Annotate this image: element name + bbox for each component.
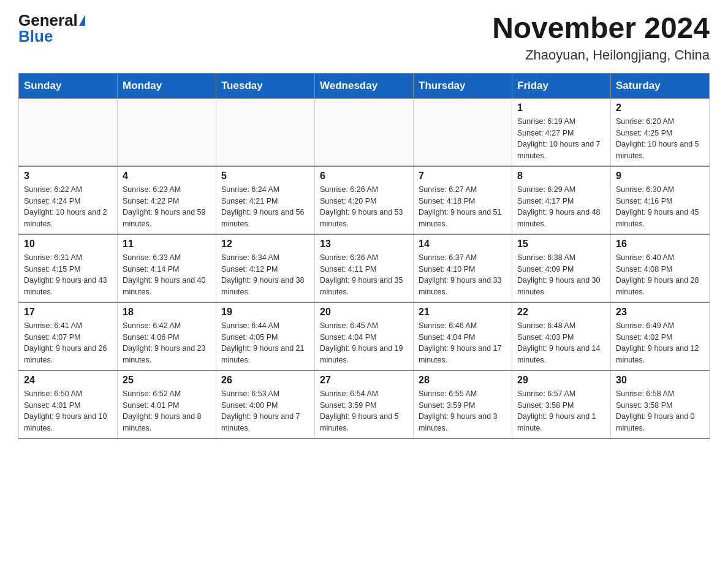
- day-number: 5: [221, 170, 309, 182]
- calendar-cell: [315, 98, 414, 166]
- calendar-cell: 7Sunrise: 6:27 AM Sunset: 4:18 PM Daylig…: [414, 166, 512, 234]
- calendar-cell: 10Sunrise: 6:31 AM Sunset: 4:15 PM Dayli…: [19, 234, 118, 302]
- calendar-cell: 3Sunrise: 6:22 AM Sunset: 4:24 PM Daylig…: [19, 166, 118, 234]
- day-info: Sunrise: 6:29 AM Sunset: 4:17 PM Dayligh…: [517, 184, 605, 230]
- day-info: Sunrise: 6:44 AM Sunset: 4:05 PM Dayligh…: [221, 320, 309, 366]
- calendar-cell: 14Sunrise: 6:37 AM Sunset: 4:10 PM Dayli…: [414, 234, 512, 302]
- day-info: Sunrise: 6:42 AM Sunset: 4:06 PM Dayligh…: [123, 320, 211, 366]
- day-number: 19: [221, 307, 309, 318]
- day-info: Sunrise: 6:41 AM Sunset: 4:07 PM Dayligh…: [24, 320, 112, 366]
- day-number: 24: [24, 375, 112, 386]
- day-info: Sunrise: 6:49 AM Sunset: 4:02 PM Dayligh…: [616, 320, 704, 366]
- calendar-cell: 12Sunrise: 6:34 AM Sunset: 4:12 PM Dayli…: [216, 234, 315, 302]
- calendar-cell: 9Sunrise: 6:30 AM Sunset: 4:16 PM Daylig…: [611, 166, 710, 234]
- day-number: 29: [517, 375, 605, 386]
- calendar-cell: [19, 98, 118, 166]
- day-number: 23: [616, 307, 704, 318]
- month-title: November 2024: [492, 12, 710, 45]
- day-number: 13: [320, 239, 408, 250]
- calendar-cell: 6Sunrise: 6:26 AM Sunset: 4:20 PM Daylig…: [315, 166, 414, 234]
- calendar-cell: [216, 98, 315, 166]
- day-info: Sunrise: 6:52 AM Sunset: 4:01 PM Dayligh…: [123, 388, 211, 434]
- day-info: Sunrise: 6:33 AM Sunset: 4:14 PM Dayligh…: [123, 252, 211, 298]
- day-info: Sunrise: 6:55 AM Sunset: 3:59 PM Dayligh…: [419, 388, 507, 434]
- day-number: 28: [419, 375, 507, 386]
- day-number: 15: [517, 239, 605, 250]
- day-number: 26: [221, 375, 309, 386]
- header: General Blue November 2024 Zhaoyuan, Hei…: [18, 12, 710, 63]
- day-info: Sunrise: 6:20 AM Sunset: 4:25 PM Dayligh…: [616, 116, 704, 162]
- day-info: Sunrise: 6:58 AM Sunset: 3:58 PM Dayligh…: [616, 388, 704, 434]
- day-info: Sunrise: 6:31 AM Sunset: 4:15 PM Dayligh…: [24, 252, 112, 298]
- day-number: 10: [24, 239, 112, 250]
- day-number: 14: [419, 239, 507, 250]
- calendar-cell: 21Sunrise: 6:46 AM Sunset: 4:04 PM Dayli…: [414, 302, 512, 370]
- day-number: 6: [320, 170, 408, 182]
- day-number: 30: [616, 375, 704, 386]
- day-info: Sunrise: 6:53 AM Sunset: 4:00 PM Dayligh…: [221, 388, 309, 434]
- calendar-cell: 13Sunrise: 6:36 AM Sunset: 4:11 PM Dayli…: [315, 234, 414, 302]
- day-number: 25: [123, 375, 211, 386]
- calendar-cell: 28Sunrise: 6:55 AM Sunset: 3:59 PM Dayli…: [414, 370, 512, 439]
- day-number: 21: [419, 307, 507, 318]
- calendar-cell: 11Sunrise: 6:33 AM Sunset: 4:14 PM Dayli…: [118, 234, 216, 302]
- logo: General Blue: [18, 12, 85, 44]
- day-header-sunday: Sunday: [19, 73, 118, 98]
- day-number: 16: [616, 239, 704, 250]
- week-row-4: 17Sunrise: 6:41 AM Sunset: 4:07 PM Dayli…: [19, 302, 710, 370]
- day-number: 3: [24, 170, 112, 182]
- day-info: Sunrise: 6:46 AM Sunset: 4:04 PM Dayligh…: [419, 320, 507, 366]
- calendar-cell: [414, 98, 512, 166]
- calendar-cell: 20Sunrise: 6:45 AM Sunset: 4:04 PM Dayli…: [315, 302, 414, 370]
- calendar-cell: 22Sunrise: 6:48 AM Sunset: 4:03 PM Dayli…: [512, 302, 611, 370]
- day-info: Sunrise: 6:50 AM Sunset: 4:01 PM Dayligh…: [24, 388, 112, 434]
- day-number: 18: [123, 307, 211, 318]
- calendar-cell: 4Sunrise: 6:23 AM Sunset: 4:22 PM Daylig…: [118, 166, 216, 234]
- day-number: 8: [517, 170, 605, 182]
- day-info: Sunrise: 6:34 AM Sunset: 4:12 PM Dayligh…: [221, 252, 309, 298]
- calendar-cell: 2Sunrise: 6:20 AM Sunset: 4:25 PM Daylig…: [611, 98, 710, 166]
- week-row-2: 3Sunrise: 6:22 AM Sunset: 4:24 PM Daylig…: [19, 166, 710, 234]
- day-number: 27: [320, 375, 408, 386]
- calendar-cell: 5Sunrise: 6:24 AM Sunset: 4:21 PM Daylig…: [216, 166, 315, 234]
- calendar-cell: 23Sunrise: 6:49 AM Sunset: 4:02 PM Dayli…: [611, 302, 710, 370]
- day-info: Sunrise: 6:19 AM Sunset: 4:27 PM Dayligh…: [517, 116, 605, 162]
- day-number: 11: [123, 239, 211, 250]
- calendar-cell: 1Sunrise: 6:19 AM Sunset: 4:27 PM Daylig…: [512, 98, 611, 166]
- day-info: Sunrise: 6:30 AM Sunset: 4:16 PM Dayligh…: [616, 184, 704, 230]
- calendar-cell: 25Sunrise: 6:52 AM Sunset: 4:01 PM Dayli…: [118, 370, 216, 439]
- calendar-cell: 24Sunrise: 6:50 AM Sunset: 4:01 PM Dayli…: [19, 370, 118, 439]
- day-info: Sunrise: 6:37 AM Sunset: 4:10 PM Dayligh…: [419, 252, 507, 298]
- day-header-thursday: Thursday: [414, 73, 512, 98]
- day-info: Sunrise: 6:23 AM Sunset: 4:22 PM Dayligh…: [123, 184, 211, 230]
- calendar-cell: 15Sunrise: 6:38 AM Sunset: 4:09 PM Dayli…: [512, 234, 611, 302]
- day-header-monday: Monday: [118, 73, 216, 98]
- week-row-3: 10Sunrise: 6:31 AM Sunset: 4:15 PM Dayli…: [19, 234, 710, 302]
- day-header-saturday: Saturday: [611, 73, 710, 98]
- day-number: 9: [616, 170, 704, 182]
- calendar-cell: 27Sunrise: 6:54 AM Sunset: 3:59 PM Dayli…: [315, 370, 414, 439]
- day-info: Sunrise: 6:45 AM Sunset: 4:04 PM Dayligh…: [320, 320, 408, 366]
- day-info: Sunrise: 6:24 AM Sunset: 4:21 PM Dayligh…: [221, 184, 309, 230]
- calendar-cell: 18Sunrise: 6:42 AM Sunset: 4:06 PM Dayli…: [118, 302, 216, 370]
- day-number: 20: [320, 307, 408, 318]
- logo-blue: Blue: [18, 28, 53, 44]
- day-info: Sunrise: 6:48 AM Sunset: 4:03 PM Dayligh…: [517, 320, 605, 366]
- day-info: Sunrise: 6:22 AM Sunset: 4:24 PM Dayligh…: [24, 184, 112, 230]
- day-info: Sunrise: 6:27 AM Sunset: 4:18 PM Dayligh…: [419, 184, 507, 230]
- location-title: Zhaoyuan, Heilongjiang, China: [492, 47, 710, 63]
- day-header-wednesday: Wednesday: [315, 73, 414, 98]
- week-row-5: 24Sunrise: 6:50 AM Sunset: 4:01 PM Dayli…: [19, 370, 710, 439]
- logo-triangle-icon: [79, 15, 85, 26]
- calendar-cell: 29Sunrise: 6:57 AM Sunset: 3:58 PM Dayli…: [512, 370, 611, 439]
- calendar-cell: 30Sunrise: 6:58 AM Sunset: 3:58 PM Dayli…: [611, 370, 710, 439]
- calendar-cell: 19Sunrise: 6:44 AM Sunset: 4:05 PM Dayli…: [216, 302, 315, 370]
- day-info: Sunrise: 6:38 AM Sunset: 4:09 PM Dayligh…: [517, 252, 605, 298]
- day-info: Sunrise: 6:36 AM Sunset: 4:11 PM Dayligh…: [320, 252, 408, 298]
- calendar-cell: 17Sunrise: 6:41 AM Sunset: 4:07 PM Dayli…: [19, 302, 118, 370]
- calendar-cell: 8Sunrise: 6:29 AM Sunset: 4:17 PM Daylig…: [512, 166, 611, 234]
- day-number: 1: [517, 102, 605, 113]
- calendar-cell: 16Sunrise: 6:40 AM Sunset: 4:08 PM Dayli…: [611, 234, 710, 302]
- day-info: Sunrise: 6:57 AM Sunset: 3:58 PM Dayligh…: [517, 388, 605, 434]
- day-number: 17: [24, 307, 112, 318]
